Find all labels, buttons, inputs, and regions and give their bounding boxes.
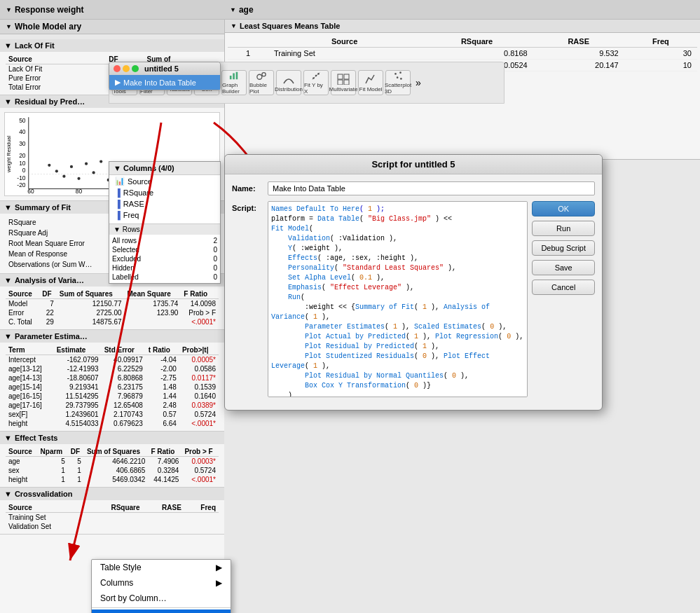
anova-title: Analysis of Varia… bbox=[15, 276, 84, 284]
svg-point-23 bbox=[399, 71, 402, 74]
distribution-btn[interactable]: Distribution bbox=[276, 70, 301, 95]
tb-label-6: Bubble Plot bbox=[249, 82, 273, 95]
whole-model-bar: ▼ Whole Model ary bbox=[0, 20, 224, 34]
svg-point-39 bbox=[48, 164, 50, 167]
cv-row-training: Training Set bbox=[6, 513, 219, 523]
fit-y-by-x-btn[interactable]: Fit Y by X bbox=[303, 70, 329, 95]
effect-content: Source Nparm DF Sum of Squares F Ratio P… bbox=[0, 444, 224, 487]
param-row-age16: age[16-15] 11.514295 7.96879 1.44 0.1640 bbox=[6, 392, 219, 401]
svg-text:weight Residual: weight Residual bbox=[6, 136, 12, 173]
param-row-sex: sex[F] 1.2439601 2.170743 0.57 0.5724 bbox=[6, 410, 219, 419]
lack-of-fit-header[interactable]: ▼ Lack Of Fit bbox=[0, 39, 224, 52]
param-row-age14: age[14-13] -18.80607 6.80868 -2.75 0.011… bbox=[6, 373, 219, 383]
param-title: Parameter Estima… bbox=[15, 332, 88, 340]
script-editor[interactable]: Names Default To Here( 1 ); platform = D… bbox=[268, 201, 528, 397]
dropdown-triangle: ▼ bbox=[230, 6, 236, 13]
effect-row-sex: sex 1 1 406.6865 0.3284 0.5724 bbox=[6, 466, 219, 475]
svg-point-45 bbox=[92, 171, 95, 174]
res-triangle: ▼ bbox=[4, 97, 12, 106]
response-weight-header: ▼ Response weight bbox=[0, 0, 224, 20]
cancel-button[interactable]: Cancel bbox=[532, 280, 595, 295]
context-menu: Table Style ▶ Columns ▶ Sort by Column… … bbox=[91, 559, 231, 613]
param-row-age13: age[13-12] -12.41993 6.22529 -2.00 0.058… bbox=[6, 364, 219, 373]
ls-row-training: 1 Training Set 0.8168 9.532 30 bbox=[228, 48, 697, 60]
cv-triangle: ▼ bbox=[4, 490, 12, 498]
response-weight-title: Response weight bbox=[15, 5, 84, 15]
cv-title: Crossvalidation bbox=[15, 490, 73, 498]
script-label: Script: bbox=[232, 201, 263, 212]
maximize-dot[interactable] bbox=[132, 65, 139, 72]
svg-point-13 bbox=[262, 73, 266, 76]
save-button[interactable]: Save bbox=[532, 260, 595, 275]
toolbar-more-btn[interactable]: » bbox=[413, 77, 424, 88]
script-line-11: :weight << {Summary of Fit( 1 ), Analysi… bbox=[271, 303, 524, 322]
svg-text:-20: -20 bbox=[17, 181, 26, 188]
ls-triangle: ▼ bbox=[231, 22, 237, 29]
svg-text:50: 50 bbox=[19, 117, 26, 124]
anova-triangle: ▼ bbox=[4, 276, 12, 284]
script-line-9: Emphasis( "Effect Leverage" ), bbox=[271, 283, 524, 293]
script-row: Script: Names Default To Here( 1 ); plat… bbox=[232, 201, 595, 397]
anova-row-3: C. Total 29 14875.67 <.0001* bbox=[6, 317, 219, 326]
svg-rect-10 bbox=[233, 74, 235, 80]
svg-point-12 bbox=[257, 74, 262, 79]
svg-point-22 bbox=[394, 73, 397, 75]
svg-rect-20 bbox=[338, 80, 343, 85]
close-dot[interactable] bbox=[114, 65, 121, 72]
ctx-sep-1 bbox=[92, 607, 231, 608]
ctx-arrow-cols: ▶ bbox=[216, 578, 222, 588]
top-right-header: ▼ age bbox=[224, 0, 700, 20]
param-content: Term Estimate Std Error t Ratio Prob>|t|… bbox=[0, 343, 224, 431]
rows-header: ▼ Rows bbox=[109, 224, 220, 235]
anova-col-df: DF bbox=[39, 289, 57, 299]
age-title: age bbox=[239, 5, 254, 15]
minimize-dot[interactable] bbox=[123, 65, 130, 72]
script-line-4: Validation( :Validation ), bbox=[271, 234, 524, 244]
columns-panel: ▼ Columns (4/0) 📊 Source ▐ RSquare ▐ RAS… bbox=[109, 161, 221, 284]
script-line-3: Fit Model( bbox=[271, 224, 524, 234]
effect-row-age: age 5 5 4646.2210 7.4906 0.0003* bbox=[6, 457, 219, 467]
multivariate-btn[interactable]: Multivariate bbox=[331, 70, 356, 95]
cp-title: Columns (4/0) bbox=[123, 164, 174, 172]
fw-title: untitled 5 bbox=[144, 64, 179, 73]
fit-model-btn[interactable]: Fit Model bbox=[358, 70, 383, 95]
ok-button[interactable]: OK bbox=[532, 201, 595, 216]
script-line-15: Plot Studentized Residuals( 0 ), Plot Ef… bbox=[271, 352, 524, 371]
ctx-sort[interactable]: Sort by Column… bbox=[92, 591, 231, 606]
crossvalidation-section: ▼ Crossvalidation Source RSquare RASE Fr… bbox=[0, 488, 224, 535]
bubble-plot-btn[interactable]: Bubble Plot bbox=[249, 70, 274, 95]
run-button[interactable]: Run bbox=[532, 221, 595, 236]
svg-rect-19 bbox=[344, 74, 349, 79]
ls-title: Least Squares Means Table bbox=[240, 22, 340, 30]
tb-label-5: Graph Builder bbox=[222, 82, 246, 95]
param-row-age15: age[15-14] 9.219341 6.23175 1.48 0.1539 bbox=[6, 383, 219, 392]
make-into-data-table-btn[interactable]: ▶ Make Into Data Table bbox=[109, 75, 220, 90]
script-line-16: Plot Residual by Normal Quantiles( 0 ), bbox=[271, 371, 524, 381]
dialog-title: Script for untitled 5 bbox=[225, 155, 602, 174]
svg-point-40 bbox=[55, 170, 58, 172]
graph-builder-btn[interactable]: Graph Builder bbox=[221, 70, 247, 95]
param-table: Term Estimate Std Error t Ratio Prob>|t|… bbox=[6, 345, 219, 428]
ctx-table-style[interactable]: Table Style ▶ bbox=[92, 560, 231, 575]
rows-selected: Selected0 bbox=[112, 245, 217, 254]
debug-script-button[interactable]: Debug Script bbox=[532, 240, 595, 256]
ctx-make-data-table[interactable]: Make into Data Table bbox=[92, 609, 231, 613]
floating-window-title: untitled 5 bbox=[109, 62, 220, 75]
anova-col-ms: Mean Square bbox=[125, 289, 181, 299]
ctx-columns[interactable]: Columns ▶ bbox=[92, 575, 231, 591]
param-row-height: height 4.5154033 0.679623 6.64 <.0001* bbox=[6, 419, 219, 428]
svg-text:10: 10 bbox=[19, 160, 26, 167]
effect-triangle: ▼ bbox=[4, 434, 12, 442]
param-row-intercept: Intercept -162.0799 40.09917 -4.04 0.000… bbox=[6, 355, 219, 365]
lof-col-source: Source bbox=[6, 55, 106, 64]
whole-model-title: Whole Model ary bbox=[15, 22, 81, 32]
tb-label-9: Multivariate bbox=[329, 86, 358, 92]
crossval-table: Source RSquare RASE Freq Training Set V bbox=[6, 503, 219, 531]
param-header[interactable]: ▼ Parameter Estima… bbox=[0, 330, 224, 343]
effect-tests-section: ▼ Effect Tests Source Nparm DF Sum of Sq… bbox=[0, 432, 224, 488]
name-input[interactable] bbox=[268, 181, 595, 195]
effect-table: Source Nparm DF Sum of Squares F Ratio P… bbox=[6, 447, 219, 484]
scatterplot-3d-btn[interactable]: Scatterplot 3D bbox=[385, 70, 411, 95]
effect-header[interactable]: ▼ Effect Tests bbox=[0, 432, 224, 444]
crossval-header[interactable]: ▼ Crossvalidation bbox=[0, 488, 224, 500]
